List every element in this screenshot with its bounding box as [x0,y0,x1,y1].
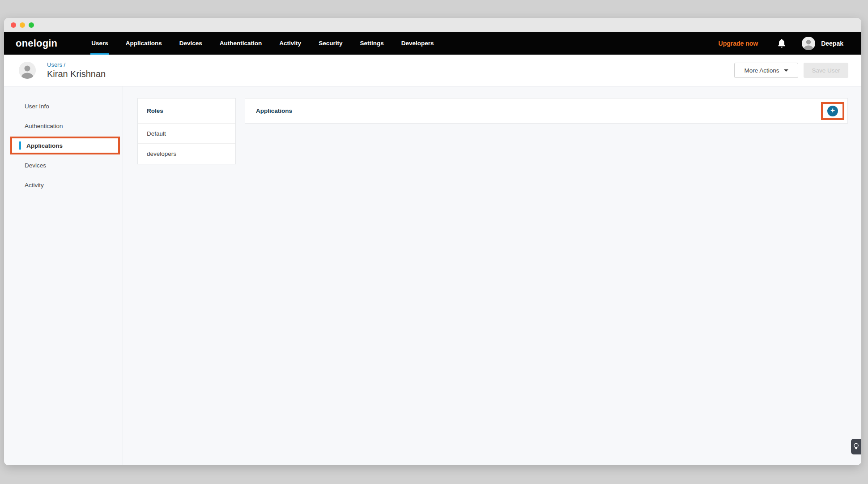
close-window-button[interactable] [11,22,16,28]
user-avatar[interactable] [802,37,815,50]
more-actions-button[interactable]: More Actions [734,63,798,78]
page-title: Kiran Krishnan [47,69,106,79]
nav-item-authentication[interactable]: Authentication [220,32,262,55]
more-actions-label: More Actions [744,67,779,74]
minimize-window-button[interactable] [20,22,25,28]
applications-panel-title: Applications [256,107,292,114]
role-row-developers[interactable]: developers [138,144,235,164]
sidebar-item-label: Applications [26,142,63,149]
nav-item-security[interactable]: Security [319,32,342,55]
sidebar-item-user-info[interactable]: User Info [4,96,123,116]
sidebar-item-activity[interactable]: Activity [4,175,123,195]
username-label[interactable]: Deepak [821,40,843,47]
maximize-window-button[interactable] [29,22,34,28]
help-tab[interactable] [851,439,861,454]
annotation-highlight-box: + [821,102,844,120]
lightbulb-icon [854,443,859,450]
page-header: Users / Kiran Krishnan More Actions Save… [4,55,861,86]
sidebar-item-devices[interactable]: Devices [4,155,123,175]
nav-item-devices[interactable]: Devices [179,32,202,55]
nav-item-activity[interactable]: Activity [279,32,301,55]
sidebar-item-authentication[interactable]: Authentication [4,116,123,136]
person-icon [19,62,36,79]
active-indicator-bar [19,141,21,150]
nav-item-users[interactable]: Users [91,32,108,55]
nav-item-settings[interactable]: Settings [360,32,383,55]
applications-panel: Applications + [245,98,848,124]
add-application-button[interactable]: + [827,106,838,116]
person-icon [802,37,815,50]
user-section-nav: User Info Authentication Applications De… [4,86,123,465]
upgrade-now-link[interactable]: Upgrade now [719,40,758,47]
titlebar [4,18,861,32]
nav-items: Users Applications Devices Authenticatio… [91,32,434,55]
roles-panel: Roles Default developers [137,98,236,164]
bell-icon[interactable] [778,39,786,48]
role-row-default[interactable]: Default [138,124,235,144]
roles-panel-title: Roles [138,99,235,124]
breadcrumb[interactable]: Users / [47,61,106,68]
header-text: Users / Kiran Krishnan [47,61,106,79]
save-user-button[interactable]: Save User [804,63,848,78]
profile-avatar [19,62,36,79]
navbar-right: Upgrade now Deepak [719,32,843,55]
sidebar-item-applications[interactable]: Applications [10,137,120,154]
onelogin-logo[interactable]: onelogin [16,38,57,49]
main-content: User Info Authentication Applications De… [4,86,861,465]
app-window: onelogin Users Applications Devices Auth… [4,18,861,465]
top-navbar: onelogin Users Applications Devices Auth… [4,32,861,55]
header-actions: More Actions Save User [734,63,848,78]
nav-item-developers[interactable]: Developers [401,32,434,55]
chevron-down-icon [784,69,788,72]
nav-item-applications[interactable]: Applications [126,32,162,55]
